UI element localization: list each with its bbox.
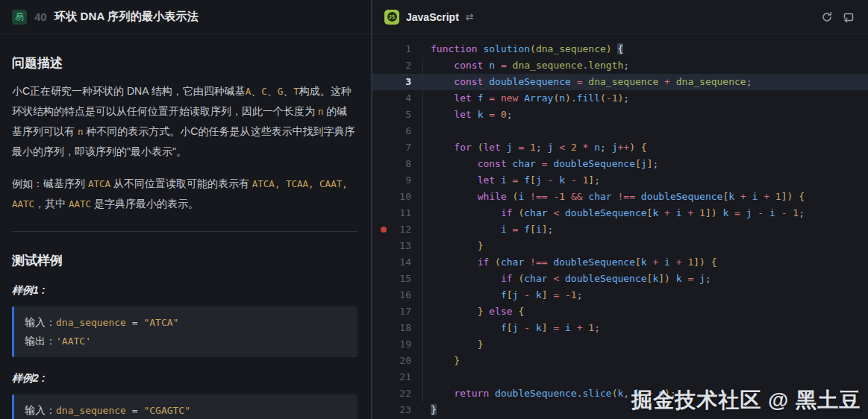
code-text[interactable]: } [411, 402, 437, 418]
code-line[interactable]: 18 f[j - k] = i + 1; [372, 320, 868, 336]
code-text[interactable]: } [411, 353, 460, 369]
line-number[interactable]: 2 [405, 57, 411, 74]
line-gutter[interactable]: 14 [372, 254, 411, 271]
code-line[interactable]: 21 [372, 369, 868, 385]
line-gutter[interactable]: 19 [372, 336, 411, 353]
text-run: 例如：碱基序列 [12, 177, 88, 189]
refresh-icon[interactable] [819, 10, 834, 25]
code-line[interactable]: 7 for (let j = 1; j < 2 * n; j++) { [372, 139, 868, 156]
line-gutter[interactable]: 6 [372, 123, 411, 139]
line-number[interactable]: 18 [399, 320, 411, 336]
line-gutter[interactable]: 12 [372, 221, 411, 238]
line-number[interactable]: 9 [405, 172, 411, 189]
line-number[interactable]: 13 [399, 238, 411, 254]
line-gutter[interactable]: 15 [372, 271, 411, 287]
code-text[interactable]: let k = 0; [411, 107, 513, 123]
code-line[interactable]: 19 } [372, 336, 868, 353]
line-gutter[interactable]: 23 [372, 402, 411, 418]
line-gutter[interactable]: 20 [372, 353, 411, 369]
code-text[interactable]: if (char !== doubleSequence[k + i + 1]) … [411, 254, 717, 271]
code-text[interactable]: if (char < doubleSequence[k]) k = j; [411, 271, 711, 287]
code-line[interactable]: 14 if (char !== doubleSequence[k + i + 1… [372, 254, 868, 271]
code-text[interactable]: } [411, 336, 483, 353]
line-number[interactable]: 11 [399, 205, 411, 221]
line-number[interactable]: 7 [405, 139, 411, 156]
code-text[interactable]: } else { [411, 303, 524, 320]
line-gutter[interactable]: 3 [372, 74, 411, 90]
code-line[interactable]: 16 f[j - k] = -1; [372, 287, 868, 303]
code-line[interactable]: 3 const doubleSequence = dna_sequence + … [372, 74, 868, 90]
code-line[interactable]: 8 const char = doubleSequence[j]; [372, 156, 868, 172]
line-gutter[interactable]: 17 [372, 303, 411, 320]
code-line[interactable]: 4 let f = new Array(n).fill(-1); [372, 90, 868, 107]
line-gutter[interactable]: 21 [372, 369, 411, 385]
line-number[interactable]: 23 [399, 402, 411, 418]
code-text[interactable] [411, 123, 431, 139]
code-text[interactable]: const doubleSequence = dna_sequence + dn… [411, 74, 752, 90]
line-gutter[interactable]: 5 [372, 107, 411, 123]
code-text[interactable]: const n = dna_sequence.length; [411, 57, 629, 74]
code-line[interactable]: 12 i = f[i]; [372, 221, 868, 238]
line-number[interactable]: 21 [399, 369, 411, 385]
line-number[interactable]: 1 [405, 41, 411, 57]
code-text[interactable]: while (i !== -1 && char !== doubleSequen… [411, 189, 805, 205]
line-number[interactable]: 16 [399, 287, 411, 303]
code-text[interactable]: function solution(dna_sequence) { [411, 41, 623, 57]
code-text[interactable]: i = f[i]; [411, 221, 553, 238]
breakpoint-dot[interactable] [381, 227, 387, 233]
popout-icon[interactable] [841, 10, 856, 25]
line-gutter[interactable]: 8 [372, 156, 411, 172]
code-text[interactable]: f[j - k] = i + 1; [411, 320, 600, 336]
line-gutter[interactable]: 7 [372, 139, 411, 156]
code-text[interactable]: } [411, 238, 483, 254]
code-line[interactable]: 1function solution(dna_sequence) { [372, 41, 868, 57]
line-number[interactable]: 4 [405, 90, 411, 107]
problem-header: 易 40 环状 DNA 序列的最小表示法 [0, 0, 371, 34]
code-line[interactable]: 13 } [372, 238, 868, 254]
line-gutter[interactable]: 4 [372, 90, 411, 107]
swap-language-icon[interactable]: ⇄ [466, 11, 474, 22]
line-gutter[interactable]: 1 [372, 41, 411, 57]
line-number[interactable]: 5 [405, 107, 411, 123]
line-number[interactable]: 6 [405, 123, 411, 139]
code-line[interactable]: 2 const n = dna_sequence.length; [372, 57, 868, 74]
line-gutter[interactable]: 22 [372, 385, 411, 402]
line-gutter[interactable]: 2 [372, 57, 411, 74]
line-number[interactable]: 8 [405, 156, 411, 172]
line-gutter[interactable]: 10 [372, 189, 411, 205]
line-gutter[interactable]: 9 [372, 172, 411, 189]
line-gutter[interactable]: 16 [372, 287, 411, 303]
code-line[interactable]: 20 } [372, 353, 868, 369]
code-line[interactable]: 17 } else { [372, 303, 868, 320]
code-text[interactable]: let i = f[j - k - 1]; [411, 172, 600, 189]
line-number[interactable]: 22 [399, 385, 411, 402]
code-line[interactable]: 22 return doubleSequence.slice(k, k + n)… [372, 385, 868, 402]
code-text[interactable] [411, 369, 431, 385]
code-text[interactable]: f[j - k] = -1; [411, 287, 583, 303]
code-line[interactable]: 9 let i = f[j - k - 1]; [372, 172, 868, 189]
code-text[interactable]: const char = doubleSequence[j]; [411, 156, 658, 172]
code-area[interactable]: 1function solution(dna_sequence) {2 cons… [372, 34, 868, 419]
line-number[interactable]: 20 [399, 353, 411, 369]
code-text[interactable]: return doubleSequence.slice(k, k + n); [411, 385, 676, 402]
line-gutter[interactable]: 18 [372, 320, 411, 336]
line-number[interactable]: 12 [399, 221, 411, 238]
line-number[interactable]: 15 [399, 271, 411, 287]
line-number[interactable]: 19 [399, 336, 411, 353]
code-text[interactable]: let f = new Array(n).fill(-1); [411, 90, 629, 107]
code-line[interactable]: 23} [372, 402, 868, 418]
code-line[interactable]: 6 [372, 123, 868, 139]
line-number[interactable]: 14 [399, 254, 411, 271]
line-gutter[interactable]: 11 [372, 205, 411, 221]
code-line[interactable]: 15 if (char < doubleSequence[k]) k = j; [372, 271, 868, 287]
line-number[interactable]: 10 [399, 189, 411, 205]
line-number[interactable]: 3 [405, 74, 411, 90]
code-line[interactable]: 11 if (char < doubleSequence[k + i + 1])… [372, 205, 868, 221]
code-text[interactable]: if (char < doubleSequence[k + i + 1]) k … [411, 205, 805, 221]
code-text[interactable]: for (let j = 1; j < 2 * n; j++) { [411, 139, 647, 156]
code-line[interactable]: 5 let k = 0; [372, 107, 868, 123]
line-gutter[interactable]: 13 [372, 238, 411, 254]
line-number[interactable]: 17 [399, 303, 411, 320]
language-selector[interactable]: JavaScript [406, 11, 459, 23]
code-line[interactable]: 10 while (i !== -1 && char !== doubleSeq… [372, 189, 868, 205]
